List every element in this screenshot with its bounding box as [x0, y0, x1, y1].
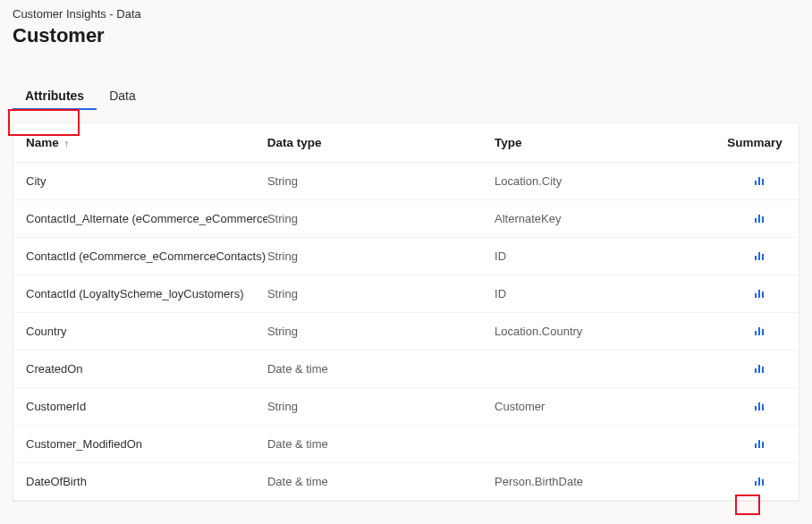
cell-summary	[723, 362, 786, 376]
cell-datatype: Date & time	[267, 475, 495, 488]
cell-name: CustomerId	[26, 400, 267, 413]
cell-type: AlternateKey	[495, 212, 723, 225]
bar-chart-icon[interactable]	[755, 289, 765, 298]
table-row[interactable]: ContactId (eCommerce_eCommerceContacts)S…	[13, 238, 799, 275]
sort-asc-icon: ↑	[64, 138, 70, 148]
bar-chart-icon[interactable]	[755, 326, 765, 335]
cell-datatype: String	[267, 249, 495, 263]
table-row[interactable]: CreatedOnDate & time	[13, 351, 799, 388]
cell-datatype: String	[267, 287, 495, 300]
cell-datatype: Date & time	[267, 437, 495, 451]
page-title: Customer	[13, 24, 799, 47]
cell-name: ContactId (LoyaltyScheme_loyCustomers)	[26, 287, 267, 300]
cell-summary	[723, 475, 786, 488]
cell-type: ID	[495, 249, 723, 263]
cell-name: DateOfBirth	[26, 475, 267, 488]
cell-name: CreatedOn	[26, 362, 267, 376]
cell-type: Customer	[495, 400, 723, 413]
cell-summary	[723, 437, 786, 451]
table-row[interactable]: CountryStringLocation.Country	[13, 313, 799, 351]
cell-datatype: String	[267, 400, 495, 413]
column-header-name-label: Name	[26, 136, 59, 149]
table-row[interactable]: ContactId_Alternate (eCommerce_eCommerce…	[13, 200, 799, 238]
bar-chart-icon[interactable]	[755, 176, 765, 185]
bar-chart-icon[interactable]	[755, 214, 765, 223]
cell-type: Location.Country	[495, 325, 723, 338]
column-header-summary[interactable]: Summary	[723, 136, 786, 149]
cell-datatype: String	[267, 325, 495, 338]
attributes-table: Name ↑ Data type Type Summary CityString…	[13, 123, 799, 502]
cell-summary	[723, 287, 786, 300]
table-row[interactable]: CityStringLocation.City	[13, 163, 799, 200]
bar-chart-icon[interactable]	[755, 477, 765, 486]
cell-type: Location.City	[495, 174, 723, 188]
cell-datatype: Date & time	[267, 362, 495, 376]
table-row[interactable]: Customer_ModifiedOnDate & time	[13, 426, 799, 463]
cell-name: Customer_ModifiedOn	[26, 437, 267, 451]
cell-type: Person.BirthDate	[495, 475, 723, 488]
breadcrumb: Customer Insights - Data	[13, 7, 799, 21]
tab-data[interactable]: Data	[97, 83, 148, 110]
cell-name: Country	[26, 325, 267, 338]
tabs-list: Attributes Data	[13, 83, 799, 110]
cell-summary	[723, 174, 786, 188]
cell-name: ContactId_Alternate (eCommerce_eCommerce…	[26, 212, 267, 225]
cell-datatype: String	[267, 212, 495, 225]
column-header-type[interactable]: Type	[495, 136, 723, 149]
column-header-datatype[interactable]: Data type	[267, 136, 495, 149]
cell-datatype: String	[267, 174, 495, 188]
cell-name: ContactId (eCommerce_eCommerceContacts)	[26, 249, 267, 263]
table-row[interactable]: DateOfBirthDate & timePerson.BirthDate	[13, 463, 799, 501]
cell-summary	[723, 325, 786, 338]
bar-chart-icon[interactable]	[755, 439, 765, 448]
cell-type: ID	[495, 287, 723, 300]
bar-chart-icon[interactable]	[755, 401, 765, 410]
table-row[interactable]: ContactId (LoyaltyScheme_loyCustomers)St…	[13, 275, 799, 313]
cell-name: City	[26, 174, 267, 188]
table-header-row: Name ↑ Data type Type Summary	[13, 123, 799, 163]
bar-chart-icon[interactable]	[755, 251, 765, 260]
table-row[interactable]: CustomerIdStringCustomer	[13, 388, 799, 426]
tab-attributes[interactable]: Attributes	[13, 83, 97, 110]
cell-summary	[723, 249, 786, 263]
cell-summary	[723, 400, 786, 413]
column-header-name[interactable]: Name ↑	[26, 136, 267, 149]
bar-chart-icon[interactable]	[755, 364, 765, 373]
cell-summary	[723, 212, 786, 225]
